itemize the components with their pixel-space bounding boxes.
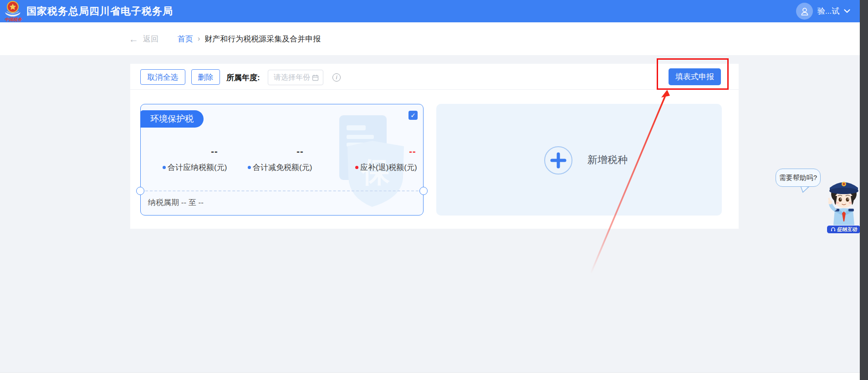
- plus-circle[interactable]: [544, 146, 572, 175]
- add-tax-type-card[interactable]: 新增税种: [436, 104, 722, 216]
- coupon-notch-right: [419, 187, 428, 195]
- help-bubble-tail: [800, 186, 810, 193]
- back-label: 返回: [143, 34, 158, 44]
- metric-label-refund: 应补(退)税额(元): [355, 162, 417, 173]
- year-input[interactable]: [273, 73, 312, 82]
- svg-text:中国税务: 中国税务: [5, 17, 23, 22]
- back-arrow-icon: ←: [129, 34, 138, 44]
- breadcrumb-separator: ›: [198, 35, 200, 43]
- calendar-icon[interactable]: [312, 74, 319, 81]
- user-icon: [800, 6, 810, 16]
- tax-card-checkbox[interactable]: [408, 111, 418, 120]
- fill-form-declare-button[interactable]: 填表式申报: [669, 68, 721, 85]
- mascot-badge[interactable]: 征纳互动: [827, 225, 861, 234]
- metric-value-refund: --: [399, 146, 426, 157]
- breadcrumb: ← 返回 首页 › 财产和行为税税源采集及合并申报: [129, 22, 321, 55]
- user-menu[interactable]: 验...试: [796, 0, 850, 22]
- toolbar-divider: [130, 89, 739, 90]
- header-bar: 中国税务 国家税务总局四川省电子税务局 验...试: [0, 0, 868, 22]
- chevron-down-icon: [844, 9, 850, 13]
- red-dot-icon: [355, 166, 358, 169]
- avatar: [796, 3, 813, 20]
- tax-emblem-logo-icon: 中国税务: [3, 0, 23, 22]
- assistant-mascot[interactable]: [823, 176, 864, 227]
- coupon-dashed-divider: [145, 190, 419, 191]
- headset-icon: [831, 227, 836, 232]
- metric-label-reduced: 合计减免税额(元): [248, 162, 312, 173]
- plus-icon: [550, 152, 567, 169]
- breadcrumb-home-link[interactable]: 首页: [178, 34, 193, 44]
- window-edge-strip: [860, 0, 868, 380]
- year-field-label: 所属年度:: [226, 72, 260, 83]
- add-tax-label: 新增税种: [587, 153, 628, 167]
- username: 验...试: [817, 6, 839, 16]
- blue-dot-icon: [163, 166, 166, 169]
- coupon-notch-left: [136, 187, 144, 195]
- metric-value-reduced: --: [286, 146, 314, 157]
- tax-card-environment-tax[interactable]: 环境保护税 保 -- -- -- 合计应纳税额(元) 合计减免税额(元): [140, 104, 424, 216]
- page: 中国税务 国家税务总局四川省电子税务局 验...试 ← 返回 首页 ›: [0, 0, 868, 380]
- content-panel: 取消全选 删除 所属年度: i 填表式申报 环境保护税: [130, 64, 739, 229]
- metric-value-payable: --: [201, 146, 228, 157]
- breadcrumb-current: 财产和行为税税源采集及合并申报: [204, 34, 321, 44]
- blue-dot-icon: [248, 166, 251, 169]
- back-button[interactable]: ← 返回: [129, 34, 158, 44]
- tax-period: 纳税属期 -- 至 --: [148, 197, 204, 208]
- year-picker[interactable]: [268, 70, 323, 85]
- tax-card-name-tag: 环境保护税: [140, 110, 204, 128]
- metric-label-payable: 合计应纳税额(元): [163, 162, 227, 173]
- app-title: 国家税务总局四川省电子税务局: [26, 0, 173, 22]
- breadcrumb-bar: ← 返回 首页 › 财产和行为税税源采集及合并申报: [0, 22, 868, 55]
- cancel-select-all-button[interactable]: 取消全选: [140, 69, 185, 85]
- delete-button[interactable]: 删除: [191, 69, 220, 85]
- help-bubble[interactable]: 需要帮助吗?: [776, 169, 821, 187]
- info-icon[interactable]: i: [332, 73, 341, 82]
